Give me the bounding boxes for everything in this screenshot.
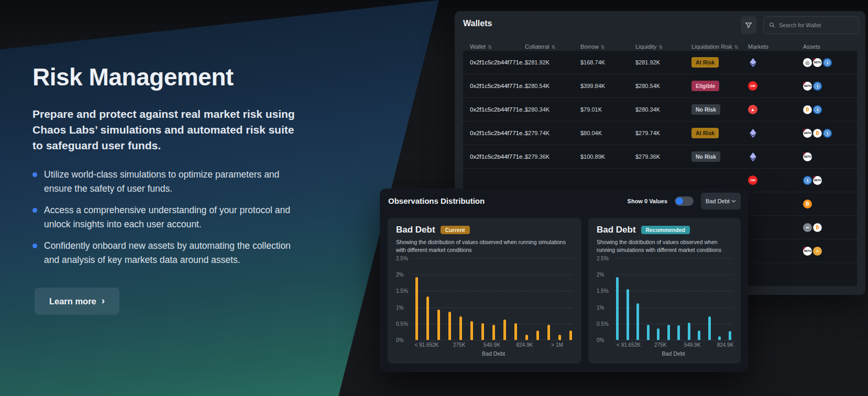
asset-usdc-icon: $ [803, 176, 812, 185]
observations-title: Observations Distribution [388, 196, 485, 205]
cell-liquidation-risk: No Risk [685, 104, 741, 115]
bar [698, 331, 700, 340]
cell-collateral: $279.74K [518, 130, 574, 136]
chart-title: Bad Debt [396, 225, 435, 235]
bar [514, 323, 517, 340]
status-badge-recommended: Recommended [641, 226, 690, 234]
asset-usdc-icon: $ [813, 105, 822, 114]
asset-ring-icon: ◎ [803, 58, 812, 67]
table-row[interactable]: 0x2f1c5c2b44f771e...$280.34K$79.01K$280.… [463, 98, 857, 121]
bar [729, 331, 731, 340]
asset-weth-icon: WETH [813, 176, 822, 185]
asset-icons: $WETH [803, 176, 857, 185]
column-header-liquidity[interactable]: Liquidity⇅ [629, 43, 685, 50]
cell-markets: GM [741, 175, 796, 185]
asset-icons: WETH≡ [803, 247, 857, 256]
risk-badge: No Risk [691, 151, 720, 162]
cell-borrow: $80.04K [574, 130, 629, 136]
metric-dropdown[interactable]: Bad Debt [701, 193, 741, 210]
market-avalanche-icon: ▲ [748, 105, 757, 114]
cell-collateral: $281.92K [518, 59, 574, 65]
cell-liquidation-risk: At Risk [685, 128, 741, 138]
cell-wallet-address: 0x2f1c5c2b44f771e... [463, 59, 518, 65]
table-row[interactable]: 0x2f1c5c2b44f771e...$279.36K$100.89K$279… [463, 145, 857, 168]
market-gmx-icon: GM [748, 81, 757, 91]
bar [677, 325, 680, 340]
bar [708, 316, 711, 340]
market-gmx-icon: GM [748, 175, 757, 185]
cell-liquidation-risk: At Risk [685, 57, 741, 68]
bar [503, 320, 506, 340]
cell-wallet-address: 0x2f1c5c2b44f771e... [463, 83, 518, 89]
column-header-liquidation-risk[interactable]: Liquidation Risk⇅ [685, 43, 741, 50]
filter-button[interactable] [741, 16, 756, 34]
page: Risk Management Prepare and protect agai… [0, 0, 868, 396]
chart-card-recommended: Bad Debt Recommended Showing the distrib… [588, 218, 741, 364]
sort-icon: ⇅ [601, 45, 605, 50]
cell-liquidity: $279.36K [629, 153, 685, 160]
cell-liquidity: $280.54K [629, 83, 685, 89]
table-row[interactable]: 0x2f1c5c2b44f771e...$280.54K$399.84K$280… [463, 74, 857, 97]
asset-usdc-icon: $ [813, 82, 822, 91]
learn-more-label: Learn more [49, 296, 96, 306]
cell-markets: ▲ [741, 105, 796, 114]
cell-wallet-address: 0x2f1c5c2b44f771e... [463, 106, 518, 113]
x-tick-label: 275K [654, 342, 666, 348]
cell-wallet-address: 0x2f1c5c2b44f771e... [463, 130, 518, 136]
y-axis: 0%0.5%1%1.5%2%2.5% [597, 258, 614, 340]
x-tick-label: 549.9K [684, 342, 701, 348]
observations-controls: Show 0 Values Bad Debt [628, 193, 741, 210]
risk-badge: No Risk [691, 104, 720, 115]
column-header-wallet[interactable]: Wallet⇅ [463, 43, 518, 50]
x-tick-label: 275K [453, 342, 465, 348]
asset-icons: WETH [803, 152, 857, 161]
bars [414, 258, 573, 340]
asset-icons: ₿$ [803, 105, 857, 114]
metric-dropdown-value: Bad Debt [706, 198, 730, 204]
market-ethereum-icon [748, 58, 757, 67]
asset-wbtc-icon: ₿ [813, 223, 822, 232]
column-header-borrow[interactable]: Borrow⇅ [574, 43, 629, 50]
plot [614, 258, 732, 340]
chart-subtitle: Showing the distribution of values obser… [597, 238, 732, 254]
bar [481, 323, 484, 340]
bar [616, 277, 619, 340]
risk-badge: Eligible [691, 81, 719, 91]
cell-wallet-address: 0x2f1c5c2b44f771e... [463, 153, 518, 160]
show-zero-values-toggle[interactable] [675, 196, 694, 206]
table-row[interactable]: 0x2f1c5c2b44f771e...$279.74K$80.04K$279.… [463, 122, 857, 145]
bar-chart-current: 0%0.5%1%1.5%2%2.5%< 91.652K275K549.9K824… [396, 258, 573, 357]
asset-links-icon: ∞ [803, 223, 812, 232]
learn-more-button[interactable]: Learn more › [35, 288, 119, 315]
wallet-search[interactable] [763, 16, 859, 34]
market-ethereum-icon [748, 152, 757, 161]
hero-subtitle: Prepare and protect against real market … [32, 106, 297, 153]
sort-icon: ⇅ [488, 45, 492, 50]
x-axis-ticks: < 91.652K275K549.9K824.9K> 1M [414, 340, 573, 348]
bar [426, 296, 429, 340]
asset-weth-icon: WETH [803, 247, 812, 256]
cell-borrow: $79.01K [574, 106, 629, 113]
table-row[interactable]: 0x2f1c5c2b44f771e...$281.92K$168.74K$281… [463, 51, 857, 74]
sort-icon: ⇅ [734, 45, 739, 50]
chart-card-header: Bad Debt Recommended [597, 225, 732, 235]
bar [492, 325, 495, 340]
cell-assets: ◎WETH$ [796, 58, 857, 67]
cell-liquidation-risk: Eligible [685, 81, 741, 91]
chart-plot-area: 0%0.5%1%1.5%2%2.5% [597, 258, 732, 340]
asset-weth-icon: WETH [803, 152, 812, 161]
risk-badge: At Risk [691, 57, 719, 68]
column-header-collateral[interactable]: Collateral⇅ [518, 43, 574, 50]
cell-assets: ₿$ [796, 105, 857, 114]
chart-card-header: Bad Debt Current [396, 225, 573, 235]
x-axis-ticks: < 91.652K275K549.9K824.9K> 1M [614, 340, 732, 348]
bar [627, 289, 629, 340]
toggle-knob [676, 197, 683, 205]
y-tick-label: 1.5% [396, 288, 408, 294]
column-header-assets: Assets [796, 43, 857, 50]
cell-assets: WETH≡ [796, 247, 857, 256]
search-input[interactable] [779, 22, 853, 28]
x-tick-label: < 91.652K [414, 342, 438, 348]
asset-usdc-icon: $ [823, 129, 832, 138]
y-tick-label: 1.5% [597, 288, 609, 294]
